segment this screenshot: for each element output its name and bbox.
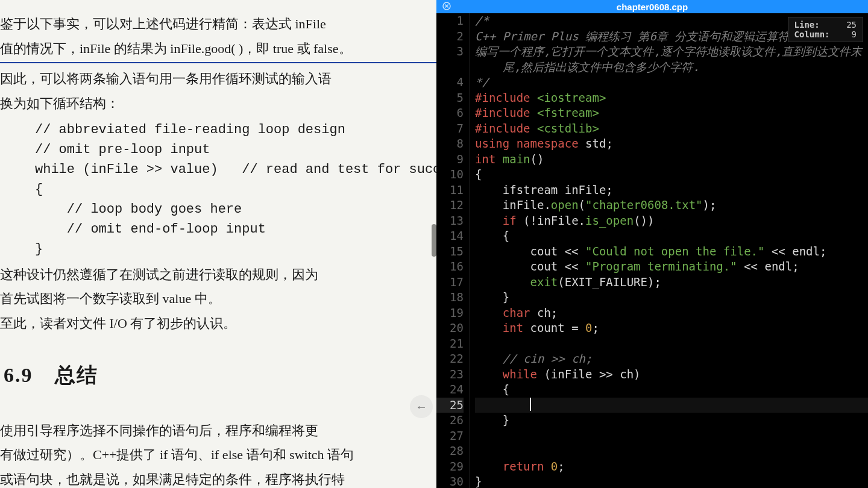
status-line-label: Line: bbox=[794, 20, 820, 30]
code-line: if (!inFile.is_open()) bbox=[475, 213, 868, 229]
code-line: } bbox=[475, 290, 868, 305]
doc-paragraph: 或语句块，也就是说，如果满足特定的条件，程序将执行特 bbox=[0, 468, 436, 488]
code-line: char ch; bbox=[475, 305, 868, 321]
code-line: int count = 0; bbox=[475, 321, 868, 336]
line-number: 8 bbox=[436, 136, 464, 152]
status-column-label: Column: bbox=[794, 30, 830, 39]
line-number: 5 bbox=[436, 90, 464, 106]
line-number: 14 bbox=[436, 228, 464, 244]
line-number bbox=[436, 60, 464, 75]
code-editor-pane: chapter0608.cpp Line: 25 Column: 9 1 2 3… bbox=[436, 0, 868, 488]
line-number: 6 bbox=[436, 105, 464, 121]
code-line: return 0; bbox=[475, 459, 868, 475]
code-line bbox=[475, 336, 868, 352]
doc-paragraph: 这种设计仍然遵循了在测试之前进行读取的规则，因为 bbox=[0, 263, 436, 287]
doc-paragraph: 至此，读者对文件 I/O 有了初步的认识。 bbox=[0, 311, 436, 336]
line-number: 4 bbox=[436, 75, 464, 90]
code-line: #include <cstdlib> bbox=[475, 121, 868, 137]
status-line-value: 25 bbox=[846, 20, 857, 30]
editor-filename: chapter0608.cpp bbox=[436, 2, 868, 12]
code-line: cout << "Could not open the file." << en… bbox=[475, 244, 868, 260]
line-number: 23 bbox=[436, 367, 464, 383]
doc-paragraph: 因此，可以将两条输入语句用一条用作循环测试的输入语 bbox=[0, 67, 436, 92]
line-number: 28 bbox=[436, 443, 464, 459]
code-line: inFile.open("chapter0608.txt"); bbox=[475, 198, 868, 213]
code-line: // cin >> ch; bbox=[475, 351, 868, 367]
code-line: while (inFile >> ch) bbox=[475, 367, 868, 383]
doc-paragraph: 换为如下循环结构： bbox=[0, 92, 436, 116]
line-number: 1 bbox=[436, 13, 464, 29]
section-heading: 6.9总结 bbox=[0, 357, 436, 395]
code-line: #include <fstream> bbox=[475, 105, 868, 121]
code-line: using namespace std; bbox=[475, 136, 868, 152]
line-number: 10 bbox=[436, 167, 464, 183]
section-number: 6.9 bbox=[4, 364, 33, 386]
code-line: } bbox=[475, 474, 868, 488]
document-view[interactable]: 鉴于以下事实，可以对上述代码进行精简：表达式 inFile 值的情况下，inFi… bbox=[0, 0, 436, 488]
editor-title-bar: chapter0608.cpp bbox=[436, 0, 868, 13]
line-number: 16 bbox=[436, 259, 464, 275]
line-number: 12 bbox=[436, 198, 464, 213]
line-number: 19 bbox=[436, 305, 464, 321]
code-line bbox=[475, 428, 868, 444]
code-line: 尾,然后指出该文件中包含多少个字符. bbox=[475, 60, 868, 75]
line-number: 26 bbox=[436, 413, 464, 428]
code-line bbox=[475, 398, 868, 413]
code-line: int main() bbox=[475, 152, 868, 167]
line-number: 11 bbox=[436, 183, 464, 198]
line-number: 29 bbox=[436, 459, 464, 475]
doc-paragraph: 值的情况下，inFile 的结果为 inFile.good( )，即 true … bbox=[0, 37, 436, 64]
doc-code-block: // abbreviated file-reading loop design … bbox=[0, 120, 436, 259]
doc-paragraph: 有做过研究）。C++提供了 if 语句、if else 语句和 switch 语… bbox=[0, 443, 436, 468]
doc-paragraph: 鉴于以下事实，可以对上述代码进行精简：表达式 inFile bbox=[0, 12, 436, 37]
code-line: cout << "Program terminating." << endl; bbox=[475, 259, 868, 275]
line-number: 25 bbox=[436, 398, 464, 413]
line-number-gutter: 1 2 3 4 5 6 7 8 9 10 11 12 13 14 15 16 1… bbox=[436, 13, 470, 488]
cursor-position-panel: Line: 25 Column: 9 bbox=[788, 17, 863, 42]
close-icon bbox=[442, 2, 451, 12]
doc-paragraph: 首先试图将一个数字读取到 value 中。 bbox=[0, 287, 436, 311]
code-line: } bbox=[475, 413, 868, 428]
close-button[interactable] bbox=[440, 0, 453, 13]
line-number: 24 bbox=[436, 382, 464, 398]
scrollbar-thumb[interactable] bbox=[432, 224, 436, 257]
line-number: 21 bbox=[436, 336, 464, 352]
code-line: ifstream inFile; bbox=[475, 183, 868, 198]
line-number: 2 bbox=[436, 29, 464, 45]
code-line: #include <iostream> bbox=[475, 90, 868, 106]
code-line: 编写一个程序,它打开一个文本文件,逐个字符地读取该文件,直到到达文件末 bbox=[475, 44, 868, 60]
prev-page-button[interactable]: ← bbox=[410, 395, 433, 418]
code-line: exit(EXIT_FAILURE); bbox=[475, 275, 868, 290]
line-number: 3 bbox=[436, 44, 464, 60]
code-editor[interactable]: 1 2 3 4 5 6 7 8 9 10 11 12 13 14 15 16 1… bbox=[436, 13, 868, 488]
code-line: { bbox=[475, 167, 868, 183]
doc-paragraph: 使用引导程序选择不同操作的语句后，程序和编程将更 bbox=[0, 419, 436, 443]
code-line: { bbox=[475, 382, 868, 398]
code-line: { bbox=[475, 228, 868, 244]
section-title: 总结 bbox=[55, 364, 98, 386]
arrow-left-icon: ← bbox=[415, 396, 427, 418]
line-number: 15 bbox=[436, 244, 464, 260]
code-line: */ bbox=[475, 75, 868, 90]
code-line bbox=[475, 443, 868, 459]
line-number: 20 bbox=[436, 321, 464, 336]
line-number: 9 bbox=[436, 152, 464, 167]
line-number: 22 bbox=[436, 351, 464, 367]
text-cursor bbox=[530, 398, 531, 411]
line-number: 27 bbox=[436, 428, 464, 444]
line-number: 17 bbox=[436, 275, 464, 290]
code-text-area[interactable]: /* C++ Primer Plus 编程练习 第6章 分支语句和逻辑运算符 编… bbox=[470, 13, 868, 488]
line-number: 18 bbox=[436, 290, 464, 305]
status-column-value: 9 bbox=[852, 30, 857, 39]
line-number: 30 bbox=[436, 474, 464, 488]
line-number: 7 bbox=[436, 121, 464, 137]
line-number: 13 bbox=[436, 213, 464, 229]
